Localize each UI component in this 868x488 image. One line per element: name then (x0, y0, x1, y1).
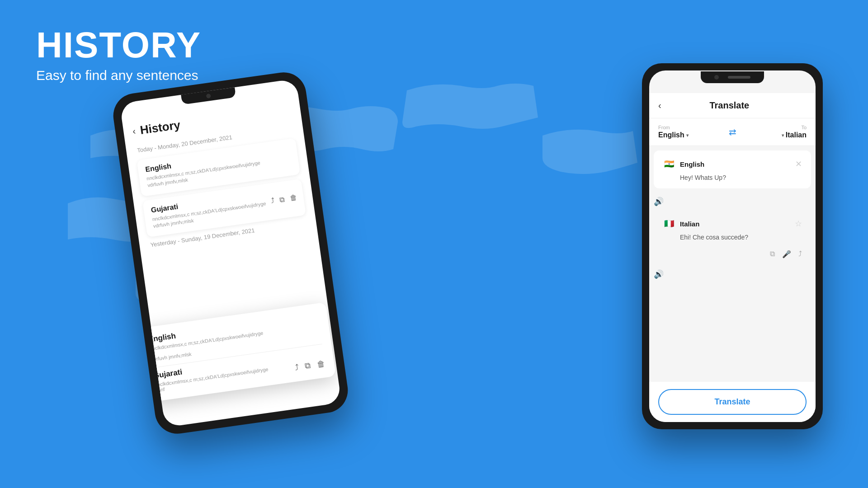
from-language-selector[interactable]: From English ▾ (658, 125, 724, 139)
popup-share-icon[interactable]: ⤴ (294, 363, 299, 373)
target-text: Ehi! Che cosa succede? (663, 234, 802, 241)
swap-icon: ⇄ (729, 127, 736, 137)
source-audio-button[interactable]: 🔊 (654, 197, 811, 206)
target-audio-icon: 🔊 (654, 269, 664, 279)
to-chevron-icon: ▾ (782, 133, 784, 138)
source-audio-icon: 🔊 (654, 197, 664, 206)
from-chevron-icon: ▾ (686, 133, 689, 138)
right-phone-screen: ‹ Translate From English ▾ (649, 70, 816, 422)
popup-actions: ⤴ ⧉ 🗑 (294, 359, 326, 372)
popup-delete-icon[interactable]: 🗑 (316, 359, 326, 369)
target-flag: 🇮🇹 (663, 217, 675, 230)
left-phone-frame: ‹ History Today - Monday, 20 December, 2… (110, 70, 351, 436)
target-mic-icon[interactable]: 🎤 (782, 250, 791, 258)
source-text: Hey! Whats Up? (663, 174, 802, 181)
to-lang-text: Italian (786, 131, 807, 139)
right-phone-speaker (728, 76, 750, 79)
translate-title: Translate (669, 100, 790, 111)
source-lang-row: 🇮🇳 English ✕ (663, 158, 802, 170)
target-lang-row: 🇮🇹 Italian ☆ (663, 217, 802, 230)
from-label: From (658, 125, 724, 130)
to-language-selector[interactable]: To ▾ Italian (741, 125, 807, 139)
right-phone-frame: ‹ Translate From English ▾ (642, 63, 823, 429)
from-lang-text: English (658, 131, 684, 139)
translate-header: ‹ Translate (649, 93, 816, 118)
right-phone: ‹ Translate From English ▾ (642, 63, 823, 429)
history-back-button[interactable]: ‹ (132, 126, 137, 137)
translate-screen: ‹ Translate From English ▾ (649, 70, 816, 422)
history-title: History (139, 118, 181, 137)
translate-back-button[interactable]: ‹ (658, 100, 661, 111)
language-selector-bar: From English ▾ ⇄ To ▾ (649, 118, 816, 146)
source-lang-name: English (680, 160, 791, 168)
copy-icon[interactable]: ⧉ (279, 195, 285, 204)
share-icon[interactable]: ⤴ (270, 197, 275, 206)
source-close-button[interactable]: ✕ (795, 159, 802, 169)
right-phone-notch (701, 71, 764, 83)
from-lang-value: English ▾ (658, 131, 724, 139)
phones-container: ‹ History Today - Monday, 20 December, 2… (0, 0, 868, 488)
translate-button[interactable]: Translate (658, 389, 807, 415)
target-audio-button[interactable]: 🔊 (654, 269, 811, 279)
left-phone: ‹ History Today - Monday, 20 December, 2… (110, 70, 351, 436)
to-lang-value: ▾ Italian (741, 131, 807, 139)
target-actions: ⧉ 🎤 ⤴ (663, 246, 802, 258)
swap-languages-button[interactable]: ⇄ (724, 124, 741, 140)
source-language-block: 🇮🇳 English ✕ Hey! Whats Up? (654, 150, 811, 188)
to-label: To (741, 125, 807, 130)
left-phone-screen: ‹ History Today - Monday, 20 December, 2… (120, 79, 342, 427)
delete-icon[interactable]: 🗑 (289, 194, 297, 203)
right-phone-camera (714, 75, 719, 80)
target-lang-name: Italian (680, 220, 790, 228)
favorite-button[interactable]: ☆ (795, 219, 802, 229)
target-copy-icon[interactable]: ⧉ (770, 250, 775, 258)
target-language-block: 🇮🇹 Italian ☆ Ehi! Che cosa succede? ⧉ 🎤 … (654, 210, 811, 266)
left-phone-camera (206, 94, 211, 99)
target-share-icon[interactable]: ⤴ (798, 250, 802, 258)
translate-button-bar: Translate (649, 382, 816, 422)
source-flag: 🇮🇳 (663, 158, 675, 170)
popup-copy-icon[interactable]: ⧉ (304, 361, 311, 371)
